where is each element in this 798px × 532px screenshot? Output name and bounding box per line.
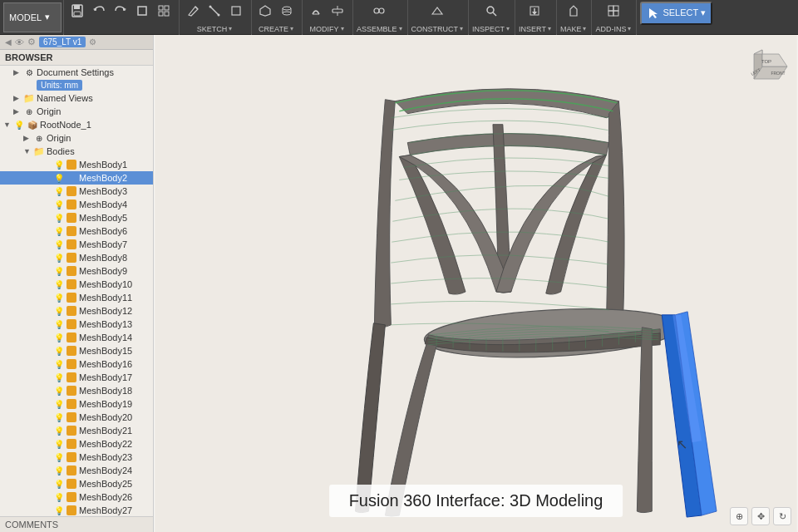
meshbody-icon-12 — [66, 226, 76, 236]
assemble-icon-1[interactable] — [369, 2, 389, 20]
undo-button[interactable] — [89, 2, 109, 20]
insert-label: INSERT ▾ — [519, 25, 551, 33]
pan-btn[interactable]: ✥ — [751, 507, 770, 525]
tree-item-meshbody19[interactable]: 💡 MeshBody19 — [0, 397, 153, 411]
save-button[interactable] — [67, 2, 87, 20]
svg-line-28 — [493, 12, 496, 16]
tree-item-rootnode[interactable]: ▼ 💡 📦 RootNode_1 — [0, 118, 153, 131]
addins-section: ADD-INS ▾ — [591, 0, 634, 35]
tree-item-meshbody8[interactable]: 💡 MeshBody8 — [0, 251, 153, 264]
tree-item-doc-settings[interactable]: ▶ ⚙ Document Settings — [0, 66, 153, 79]
svg-point-27 — [487, 7, 494, 13]
svg-rect-32 — [608, 6, 613, 11]
tree-item-named-views[interactable]: ▶ 📁 Named Views — [0, 91, 153, 105]
construct-label: CONSTRUCT ▾ — [411, 25, 464, 33]
tree-item-meshbody3[interactable]: 💡 MeshBody3 — [0, 185, 153, 198]
inspect-icon-1[interactable] — [481, 2, 501, 20]
tree-item-meshbody6[interactable]: 💡 MeshBody6 — [0, 224, 153, 238]
meshbody-bulb-13: 💡 — [53, 239, 65, 250]
tree-item-meshbody24[interactable]: 💡 MeshBody24 — [0, 464, 153, 477]
tree-item-meshbody13[interactable]: 💡 MeshBody13 — [0, 318, 153, 331]
model-selector[interactable]: MODEL ▾ — [3, 2, 62, 32]
tree-item-meshbody27[interactable]: 💡 MeshBody27 — [0, 504, 153, 516]
svg-point-16 — [283, 12, 291, 15]
tree-item-meshbody17[interactable]: 💡 MeshBody17 — [0, 371, 153, 384]
meshbody-label-32: MeshBody26 — [79, 492, 132, 502]
tree-item-meshbody11[interactable]: 💡 MeshBody11 — [0, 291, 153, 304]
meshbody-bulb-12: 💡 — [53, 225, 65, 237]
tree-item-meshbody2[interactable]: 💡 MeshBody2 — [0, 171, 153, 185]
meshbody-icon-21 — [66, 346, 76, 356]
sketch-section: SKETCH ▾ — [179, 0, 249, 35]
meshbody-bulb-31: 💡 — [53, 478, 65, 490]
cube-top-label: TOP — [761, 59, 771, 64]
meshbody-bulb-22: 💡 — [53, 358, 65, 370]
tree-item-meshbody26[interactable]: 💡 MeshBody26 — [0, 490, 153, 504]
sketch-icon-3[interactable] — [226, 2, 246, 20]
meshbody-icon-17 — [66, 293, 76, 303]
modify-icon-1[interactable] — [306, 2, 326, 20]
tree-item-meshbody18[interactable]: 💡 MeshBody18 — [0, 384, 153, 397]
create-icon-2[interactable] — [277, 2, 297, 20]
view-cube[interactable]: TOP LEFT FRONT — [741, 42, 791, 91]
meshbody-bulb-24: 💡 — [53, 385, 65, 397]
meshbody1-label: MeshBody1 — [79, 160, 127, 170]
tree-item-meshbody5[interactable]: 💡 MeshBody5 — [0, 211, 153, 224]
meshbody-icon-30 — [66, 466, 76, 475]
zoom-btn[interactable]: ⊕ — [730, 507, 748, 525]
insert-icon-1[interactable] — [525, 2, 544, 20]
tree-item-meshbody25[interactable]: 💡 MeshBody25 — [0, 477, 153, 490]
sketch-icon-2[interactable] — [204, 2, 224, 20]
viewport[interactable]: ↖ Fusion 360 Interface: 3D Modeling TOP … — [154, 35, 798, 532]
rootnode-label: RootNode_1 — [40, 120, 91, 130]
sketch-label: SKETCH ▾ — [197, 25, 233, 33]
modify-label: MODIFY ▾ — [310, 25, 344, 33]
gear-icon-small: ⚙ — [27, 37, 36, 47]
sketch-icon-1[interactable] — [183, 2, 203, 20]
tree-item-bodies[interactable]: ▼ 📁 Bodies — [0, 145, 153, 158]
tree-item-meshbody14[interactable]: 💡 MeshBody14 — [0, 331, 153, 344]
insert-section: INSERT ▾ — [515, 0, 554, 35]
create-icon-1[interactable] — [255, 2, 275, 20]
grid-button[interactable] — [154, 2, 174, 20]
modify-icon-2[interactable] — [328, 2, 347, 20]
sidebar-collapse-icon[interactable]: ◀ — [5, 37, 12, 47]
meshbody-bulb-18: 💡 — [53, 305, 65, 317]
browser-content: ▶ ⚙ Document Settings Units: mm ▶ 📁 Name… — [0, 66, 153, 516]
file-tab[interactable]: 675_LT v1 — [39, 37, 86, 47]
box-button[interactable] — [132, 2, 152, 20]
meshbody-bulb-14: 💡 — [53, 252, 65, 264]
meshbody-bulb-27: 💡 — [53, 425, 65, 436]
tree-item-meshbody22[interactable]: 💡 MeshBody22 — [0, 437, 153, 451]
meshbody-label-33: MeshBody27 — [79, 505, 132, 515]
construct-icon-1[interactable] — [427, 2, 447, 20]
origin-sub-toggle: ▶ — [23, 134, 33, 142]
meshbody-label-22: MeshBody16 — [79, 359, 132, 369]
meshbody-icon-18 — [66, 306, 76, 316]
make-icon-1[interactable] — [564, 2, 584, 20]
meshbody-list: 💡 MeshBody3 💡 MeshBody4 💡 MeshBody5 💡 Me… — [0, 185, 153, 516]
tree-item-meshbody9[interactable]: 💡 MeshBody9 — [0, 264, 153, 278]
tree-item-origin-top[interactable]: ▶ ⊕ Origin — [0, 105, 153, 118]
tree-item-meshbody23[interactable]: 💡 MeshBody23 — [0, 451, 153, 464]
tree-item-meshbody20[interactable]: 💡 MeshBody20 — [0, 411, 153, 424]
meshbody-icon-16 — [66, 279, 76, 289]
tree-item-origin-sub[interactable]: ▶ ⊕ Origin — [0, 131, 153, 145]
meshbody-label-26: MeshBody20 — [79, 412, 132, 422]
addins-icon-1[interactable] — [603, 2, 623, 20]
nav-icons: ⊕ ✥ ↻ — [730, 507, 791, 525]
tree-item-meshbody21[interactable]: 💡 MeshBody21 — [0, 424, 153, 437]
redo-button[interactable] — [111, 2, 131, 20]
select-button[interactable]: SELECT ▾ — [640, 2, 712, 25]
tree-item-meshbody4[interactable]: 💡 MeshBody4 — [0, 198, 153, 211]
tree-item-meshbody10[interactable]: 💡 MeshBody10 — [0, 278, 153, 291]
orbit-btn[interactable]: ↻ — [773, 507, 791, 525]
tree-item-units[interactable]: Units: mm — [0, 79, 153, 91]
tree-item-meshbody16[interactable]: 💡 MeshBody16 — [0, 357, 153, 371]
tree-item-meshbody1[interactable]: 💡 MeshBody1 — [0, 158, 153, 171]
tree-item-meshbody12[interactable]: 💡 MeshBody12 — [0, 304, 153, 318]
tree-item-meshbody15[interactable]: 💡 MeshBody15 — [0, 344, 153, 357]
tree-item-meshbody7[interactable]: 💡 MeshBody7 — [0, 238, 153, 251]
meshbody-bulb-21: 💡 — [53, 345, 65, 357]
meshbody-bulb-17: 💡 — [53, 292, 65, 303]
